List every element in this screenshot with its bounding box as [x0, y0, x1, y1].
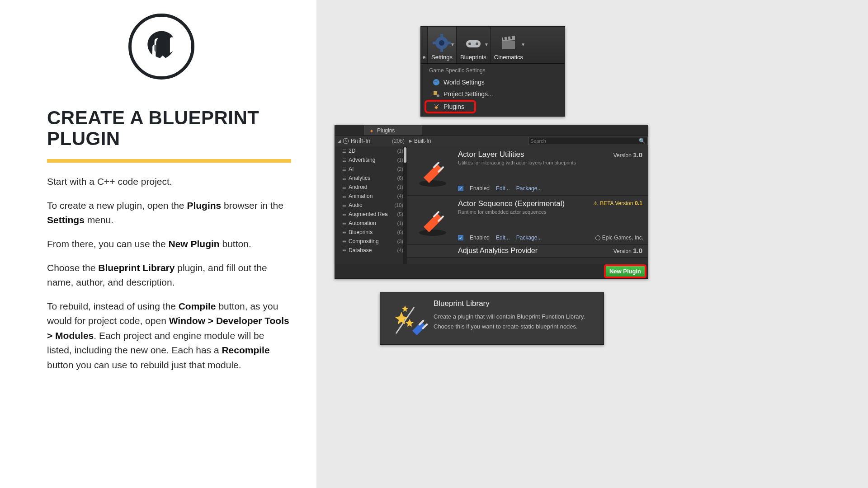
sidebar-category[interactable]: ☰AI(2) [335, 164, 407, 174]
card-line: Create a plugin that will contain Bluepr… [434, 312, 585, 322]
breadcrumb[interactable]: Built-In [414, 138, 431, 144]
package-link[interactable]: Package... [516, 185, 542, 192]
globe-icon [595, 235, 600, 240]
chevron-down-icon: ▼ [521, 42, 525, 47]
maximize-icon[interactable] [353, 128, 358, 132]
category-icon [343, 138, 349, 144]
paragraph: To rebuild, instead of using the Compile… [47, 299, 291, 373]
blueprint-library-card[interactable]: Blueprint Library Create a plugin that w… [380, 292, 604, 345]
sidebar-category[interactable]: ☰Audio(10) [335, 201, 407, 210]
toolbar-cut-edge: e [421, 27, 427, 63]
enabled-label: Enabled [470, 185, 490, 192]
close-icon[interactable] [339, 128, 343, 132]
menu-item-project-settings[interactable]: Project Settings... [421, 88, 565, 100]
dropdown-section-header: Game Specific Settings [421, 66, 565, 76]
plugin-row[interactable]: Adjust Analytics Provider Version 1.0 [407, 245, 648, 258]
edit-link[interactable]: Edit... [496, 235, 510, 241]
scrollbar-thumb[interactable] [404, 147, 406, 163]
crumb-row: ◢ Built-In (206) ▶ Built-In 🔍 [335, 136, 648, 146]
search-input[interactable]: 🔍 [528, 137, 648, 145]
list-icon: ☰ [342, 176, 346, 181]
plugin-row[interactable]: Actor Layer Utilities Utilites for inter… [407, 146, 648, 196]
svg-line-17 [434, 104, 435, 106]
globe-icon [433, 79, 440, 86]
list-icon: ☰ [342, 239, 346, 244]
settings-dropdown: Game Specific Settings World Settings Pr… [421, 64, 565, 116]
plugin-desc: Runtime for embedded actor sequences [458, 209, 643, 215]
list-icon: ☰ [342, 149, 346, 154]
list-icon: ☰ [342, 203, 346, 208]
settings-label: Settings [431, 54, 453, 61]
menu-item-plugins[interactable]: Plugins [425, 101, 475, 113]
enabled-checkbox[interactable]: ✓ [458, 186, 463, 191]
svg-point-14 [433, 79, 439, 85]
page-title: CREATE A BLUEPRINT PLUGIN [47, 108, 298, 149]
settings-menu-screenshot: e ▼ Settings ▼ Blueprints ▼ Cinemat [420, 26, 565, 117]
svg-rect-4 [433, 42, 436, 44]
sidebar-category[interactable]: ☰Blueprints(6) [335, 228, 407, 237]
category-sidebar: ☰2D(1)☰Advertising(1)☰AI(2)☰Analytics(6)… [335, 146, 407, 264]
cinematics-label: Cinematics [494, 54, 523, 61]
blueprints-toolbar-button[interactable]: ▼ Blueprints [457, 27, 490, 63]
scrollbar[interactable] [403, 146, 407, 264]
list-icon: ☰ [342, 212, 346, 217]
paragraph: From there, you can use the New Plugin b… [47, 237, 291, 252]
card-title: Blueprint Library [434, 299, 585, 308]
slide-text-column: CREATE A BLUEPRINT PLUGIN Start with a C… [0, 0, 316, 488]
enabled-label: Enabled [470, 235, 490, 241]
blueprints-label: Blueprints [460, 54, 486, 61]
svg-point-7 [468, 42, 471, 45]
paragraph: Start with a C++ code project. [47, 174, 291, 189]
plug-icon [433, 103, 440, 110]
menu-item-world-settings[interactable]: World Settings [421, 76, 565, 88]
svg-point-20 [419, 180, 446, 187]
wizard-plug-icon [388, 299, 434, 338]
sidebar-category[interactable]: ☰Compositing(3) [335, 237, 407, 246]
list-icon: ☰ [342, 167, 346, 172]
svg-rect-3 [440, 48, 443, 52]
list-icon: ☰ [342, 248, 346, 253]
sidebar-category[interactable]: ☰Advertising(1) [335, 155, 407, 164]
editor-toolbar: e ▼ Settings ▼ Blueprints ▼ Cinemat [421, 27, 565, 64]
tab-plugins[interactable]: Plugins [364, 126, 422, 135]
package-link[interactable]: Package... [516, 235, 542, 241]
list-icon: ☰ [342, 230, 346, 235]
enabled-checkbox[interactable]: ✓ [458, 235, 463, 240]
list-icon: ☰ [342, 194, 346, 199]
chevron-down-icon: ▼ [484, 42, 489, 47]
clapboard-icon [500, 34, 518, 52]
edit-link[interactable]: Edit... [496, 185, 510, 192]
svg-point-23 [419, 230, 446, 236]
paragraph: Choose the Blueprint Library plugin, and… [47, 261, 291, 290]
new-plugin-button[interactable]: New Plugin [605, 266, 645, 277]
svg-marker-28 [406, 319, 414, 327]
minimize-icon[interactable] [346, 128, 350, 132]
sidebar-category[interactable]: ☰Database(4) [335, 246, 407, 255]
sidebar-category[interactable]: ☰Android(1) [335, 183, 407, 192]
settings-toolbar-button[interactable]: ▼ Settings [428, 27, 456, 63]
cinematics-toolbar-button[interactable]: ▼ Cinematics [491, 27, 527, 63]
builtin-root[interactable]: ◢ Built-In (206) [335, 137, 407, 145]
svg-rect-2 [440, 34, 443, 38]
svg-rect-15 [434, 91, 437, 95]
title-underline [47, 159, 291, 163]
wrench-gear-icon [433, 90, 440, 98]
svg-point-16 [437, 94, 439, 97]
plugin-row[interactable]: Actor Sequence (Experimental) Runtime fo… [407, 196, 648, 245]
gear-icon [433, 34, 451, 52]
sidebar-category[interactable]: ☰Animation(4) [335, 192, 407, 201]
svg-marker-29 [402, 305, 408, 312]
plugins-footer: New Plugin [335, 264, 648, 278]
list-icon: ☰ [342, 158, 346, 163]
sidebar-category[interactable]: ☰Analytics(6) [335, 174, 407, 183]
chevron-down-icon: ▼ [450, 42, 455, 47]
plug-icon [412, 199, 453, 241]
list-icon: ☰ [342, 185, 346, 190]
search-field[interactable] [528, 138, 639, 144]
beta-badge: ⚠BETA Version 0.1 [593, 200, 642, 206]
plugins-browser-screenshot: Plugins ◢ Built-In (206) ▶ Built-In 🔍 [335, 125, 648, 279]
sidebar-category[interactable]: ☰Automation(1) [335, 219, 407, 228]
sidebar-category[interactable]: ☰2D(1) [335, 146, 407, 155]
sidebar-category[interactable]: ☰Augmented Rea(5) [335, 210, 407, 219]
svg-line-18 [437, 104, 439, 106]
